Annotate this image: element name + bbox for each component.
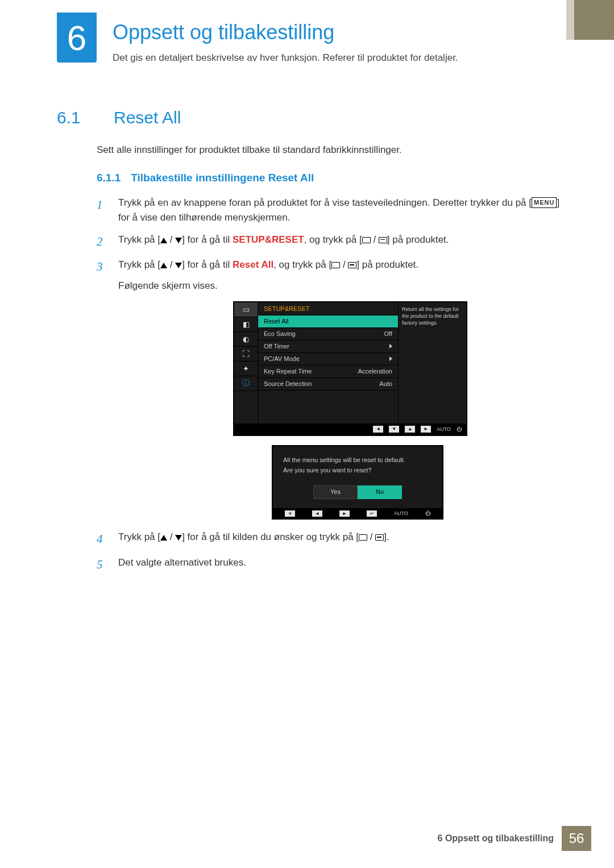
osd-menu-figure: ▭ ◧ ◐ ⛶ ✦ ⓘ SETUP&RESET Reset All Eco Sa… [233, 301, 569, 436]
subsection-heading: 6.1.1 Tilbakestille innstillingene Reset… [97, 172, 569, 184]
step-2: 2 Trykk på [ / ] for å gå til SETUP&RESE… [97, 232, 569, 251]
osd-value: Auto [379, 380, 392, 387]
content: 6.1 Reset All Sett alle innstillinger fo… [57, 108, 569, 580]
enter-icon [375, 534, 384, 541]
osd-nav-bar: ✕ ◄ ► ↵ AUTO ⏻ [273, 508, 442, 518]
osd-row-selected: Reset All [258, 315, 398, 328]
step-text: ] på produktet. [356, 259, 418, 270]
step-text: Trykk på [ [118, 259, 160, 270]
osd-row: Key Repeat TimeAcceleration [258, 366, 398, 378]
step-text: Følgende skjerm vises. [118, 279, 569, 293]
osd-row: PC/AV Mode [258, 353, 398, 366]
up-arrow-icon [160, 535, 167, 541]
dialog-text: All the menu settings will be reset to d… [283, 455, 432, 466]
menu-icon: MENU [532, 197, 557, 208]
auto-label: AUTO [437, 426, 451, 432]
osd-row: Off Timer [258, 340, 398, 353]
step-text: Trykk på [ [118, 531, 160, 542]
page-number: 56 [562, 826, 591, 851]
chapter-subtitle: Det gis en detaljert beskrivelse av hver… [113, 52, 458, 64]
section-heading: 6.1 Reset All [57, 108, 569, 127]
step-text: Trykk på [ [118, 234, 160, 245]
down-arrow-icon [175, 535, 182, 541]
step-text: ]. [384, 531, 389, 542]
power-icon: ⏻ [457, 426, 462, 432]
settings-icon: ✦ [234, 362, 258, 376]
step-text: Trykk på en av knappene foran på produkt… [118, 197, 532, 208]
chapter-number: 6 [57, 13, 97, 63]
picture-icon: ◧ [234, 317, 258, 332]
subsection-title: Tilbakestille innstillingene Reset All [131, 172, 314, 184]
header-accent [574, 0, 614, 40]
osd-dialog-figure: All the menu settings will be reset to d… [272, 445, 443, 520]
footer-label: 6 Oppsett og tilbakestilling [438, 833, 554, 844]
down-icon: ▼ [389, 426, 399, 433]
auto-label: AUTO [394, 510, 408, 516]
right-icon: ► [421, 426, 431, 433]
step-3: 3 Trykk på [ / ] for å gå til Reset All,… [97, 258, 569, 293]
osd-label: Source Detection [264, 380, 312, 387]
osd-label: Eco Saving [264, 330, 296, 337]
caret-right-icon [389, 344, 392, 348]
step-number: 3 [97, 258, 109, 293]
step-text: Det valgte alternativet brukes. [118, 555, 569, 574]
enter-icon [348, 262, 356, 268]
step-text: ] for å gå til [182, 234, 233, 245]
resize-icon: ⛶ [234, 347, 258, 362]
enter-icon [379, 237, 387, 243]
up-arrow-icon [160, 263, 167, 268]
dialog-text: Are you sure you want to reset? [283, 466, 432, 476]
osd-info-panel: Return all the settings for the product … [398, 302, 466, 423]
up-arrow-icon [160, 238, 167, 243]
osd-sidebar: ▭ ◧ ◐ ⛶ ✦ ⓘ [234, 302, 258, 423]
chapter-title: Oppsett og tilbakestilling [113, 20, 458, 44]
step-text: ] på produktet. [387, 234, 449, 245]
section-number: 6.1 [57, 108, 91, 127]
step-number: 4 [97, 530, 109, 549]
source-icon [359, 534, 367, 541]
osd-label: PC/AV Mode [264, 355, 300, 362]
chapter-header: 6 Oppsett og tilbakestilling Det gis en … [57, 13, 458, 64]
down-arrow-icon [175, 263, 182, 268]
dialog-no-button: No [358, 485, 402, 499]
step-text: , og trykk på [ [273, 259, 331, 270]
osd-value: Off [384, 330, 392, 337]
osd-label: Key Repeat Time [264, 368, 312, 375]
color-icon: ◐ [234, 332, 258, 347]
down-arrow-icon [175, 238, 182, 243]
source-icon [331, 262, 340, 268]
step-text: ] for å gå til [182, 259, 233, 270]
page-footer: 6 Oppsett og tilbakestilling 56 [0, 826, 614, 851]
section-description: Sett alle innstillinger for produktet ti… [97, 144, 569, 156]
subsection-number: 6.1.1 [97, 172, 121, 184]
step-number: 2 [97, 232, 109, 251]
section-title: Reset All [114, 108, 181, 127]
step-number: 1 [97, 196, 109, 226]
step-1: 1 Trykk på en av knappene foran på produ… [97, 196, 569, 226]
dialog-yes-button: Yes [313, 485, 358, 499]
step-4: 4 Trykk på [ / ] for å gå til kilden du … [97, 530, 569, 549]
osd-row: Source DetectionAuto [258, 378, 398, 391]
left-icon: ◄ [373, 426, 383, 433]
osd-nav-bar: ◄ ▼ ▲ ► AUTO ⏻ [234, 423, 466, 435]
step-text: , og trykk på [ [304, 234, 362, 245]
monitor-icon: ▭ [234, 302, 258, 317]
up-icon: ▲ [405, 426, 415, 433]
enter-icon: ↵ [367, 510, 377, 517]
source-icon [362, 237, 371, 243]
osd-label: Reset All [264, 318, 288, 325]
osd-row: Eco SavingOff [258, 328, 398, 340]
step-text: ] for å gå til kilden du ønsker og trykk… [182, 531, 359, 542]
step-number: 5 [97, 555, 109, 574]
highlight: SETUP&RESET [233, 234, 304, 245]
left-icon: ◄ [312, 510, 322, 517]
right-icon: ► [339, 510, 350, 517]
power-icon: ⏻ [425, 510, 430, 516]
step-5: 5 Det valgte alternativet brukes. [97, 555, 569, 574]
osd-label: Off Timer [264, 343, 289, 350]
caret-right-icon [389, 356, 392, 361]
close-icon: ✕ [285, 510, 295, 517]
osd-header: SETUP&RESET [258, 302, 398, 315]
highlight: Reset All [233, 259, 273, 270]
info-icon: ⓘ [234, 376, 258, 391]
